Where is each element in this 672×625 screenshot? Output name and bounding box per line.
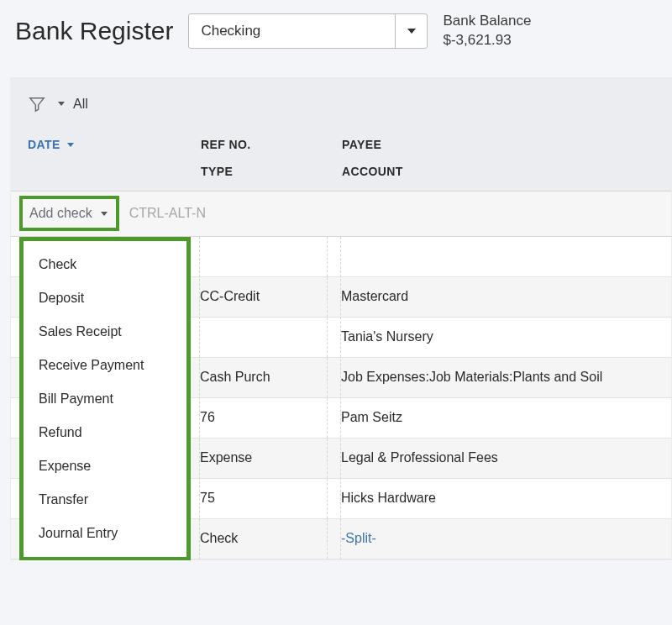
page-title: Bank Register (15, 17, 173, 45)
cell-payee: Mastercard (327, 277, 671, 317)
add-check-button[interactable]: Add check (19, 196, 119, 231)
column-header-date[interactable]: DATE (28, 135, 74, 154)
chevron-down-icon (67, 143, 74, 147)
split-link[interactable]: -Split- (341, 531, 376, 546)
balance-label: Bank Balance (443, 12, 531, 31)
dropdown-item-bill-payment[interactable]: Bill Payment (24, 382, 186, 416)
account-selector[interactable]: Checking (188, 13, 428, 49)
cell-payee: Legal & Professional Fees (327, 439, 671, 478)
filter-scope-label: All (73, 97, 88, 112)
cell-payee (327, 237, 671, 276)
chevron-down-icon (101, 212, 108, 216)
filter-toolbar: All DATE REF NO. TYPE PAYEE ACCOUNT (11, 78, 671, 192)
column-divider (199, 237, 200, 559)
dropdown-item-journal-entry[interactable]: Journal Entry (24, 517, 186, 550)
dropdown-item-expense[interactable]: Expense (24, 449, 186, 483)
cell-ref: 75 (186, 479, 327, 518)
add-type-dropdown: CheckDepositSales ReceiptReceive Payment… (19, 237, 191, 560)
cell-ref (186, 318, 327, 357)
column-header-refno[interactable]: REF NO. (201, 135, 332, 154)
account-selector-value: Checking (189, 14, 395, 48)
cell-payee: Pam Seitz (327, 398, 671, 438)
header-bar: Bank Register Checking Bank Balance $-3,… (0, 0, 672, 77)
add-check-button-label: Add check (29, 206, 92, 221)
dropdown-item-refund[interactable]: Refund (24, 416, 186, 449)
cell-ref (186, 237, 327, 276)
cell-ref: 76 (186, 398, 327, 438)
dropdown-item-check[interactable]: Check (24, 248, 186, 281)
add-entry-row: Add check CTRL-ALT-N CheckDepositSales R… (11, 192, 671, 237)
dropdown-item-receive-payment[interactable]: Receive Payment (24, 349, 186, 382)
column-headers: DATE REF NO. TYPE PAYEE ACCOUNT (28, 135, 654, 181)
register-panel: All DATE REF NO. TYPE PAYEE ACCOUNT Add … (10, 77, 672, 560)
column-header-type[interactable]: TYPE (201, 162, 332, 181)
cell-payee: Hicks Hardware (327, 479, 671, 518)
dropdown-item-sales-receipt[interactable]: Sales Receipt (24, 315, 186, 349)
balance-value: $-3,621.93 (443, 31, 531, 50)
chevron-down-icon[interactable] (58, 102, 65, 106)
cell-ref: Expense (186, 439, 327, 478)
cell-payee: -Split- (327, 519, 671, 559)
cell-ref: CC-Credit (186, 277, 327, 317)
chevron-down-icon (407, 29, 416, 34)
cell-payee: Tania's Nursery (327, 318, 671, 357)
dropdown-item-transfer[interactable]: Transfer (24, 483, 186, 517)
filter-icon[interactable] (28, 95, 46, 113)
column-divider (340, 237, 341, 559)
column-header-payee[interactable]: PAYEE (342, 135, 654, 154)
account-selector-caret[interactable] (395, 14, 427, 48)
dropdown-item-deposit[interactable]: Deposit (24, 281, 186, 315)
shortcut-hint: CTRL-ALT-N (129, 206, 206, 221)
balance-block: Bank Balance $-3,621.93 (443, 12, 531, 50)
column-header-date-label: DATE (28, 135, 60, 154)
cell-ref: Cash Purch (186, 358, 327, 397)
cell-payee: Job Expenses:Job Materials:Plants and So… (327, 358, 671, 397)
column-header-account[interactable]: ACCOUNT (342, 162, 654, 181)
cell-ref: Check (186, 519, 327, 559)
